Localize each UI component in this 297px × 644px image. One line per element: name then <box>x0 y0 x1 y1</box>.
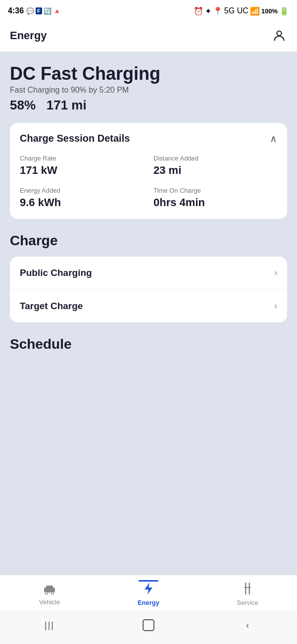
charging-title-section: DC Fast Charging Fast Charging to 90% by… <box>10 64 287 113</box>
svg-point-0 <box>277 31 281 36</box>
status-left: 4:36 💬 F 🔄 🔺 <box>8 6 61 15</box>
msg-icon: 💬 <box>26 7 34 15</box>
vehicle-nav-icon <box>43 583 56 596</box>
energy-label: Energy Added <box>20 187 144 194</box>
charging-stats: 58% 171 mi <box>10 98 287 113</box>
svg-rect-8 <box>244 587 251 588</box>
session-card-title: Charge Session Details <box>20 133 130 144</box>
charge-section-title: Charge <box>10 233 287 249</box>
collapse-icon[interactable]: ∧ <box>270 133 277 145</box>
schedule-section: Schedule <box>10 336 287 352</box>
recents-icon: ||| <box>45 620 54 631</box>
svg-point-3 <box>46 592 48 594</box>
energy-nav-icon <box>143 582 154 597</box>
status-bar: 4:36 💬 F 🔄 🔺 ⏰ ✦ 📍 5G UC 📶 100% 🔋 <box>0 0 297 22</box>
android-nav-bar: ||| ‹ <box>0 610 297 644</box>
session-item-distance: Distance Added 23 mi <box>153 155 277 177</box>
network-label: 5G UC <box>224 6 248 15</box>
back-button[interactable]: ‹ <box>239 616 256 634</box>
nav-vehicle[interactable]: Vehicle <box>0 581 99 606</box>
app-header: Energy <box>0 22 297 52</box>
charging-subtitle: Fast Charging to 90% by 5:20 PM <box>10 86 287 95</box>
schedule-section-title: Schedule <box>10 336 287 352</box>
service-nav-icon <box>242 582 253 597</box>
nav-service[interactable]: Service <box>198 580 297 606</box>
svg-rect-2 <box>46 586 53 589</box>
target-charge-chevron: › <box>274 301 277 311</box>
charge-list-card: Public Charging › Target Charge › <box>10 257 287 322</box>
charge-rate-value: 171 kW <box>20 164 144 177</box>
triangle-icon: 🔺 <box>53 7 61 15</box>
signal-bars-icon: 📶 <box>250 6 260 16</box>
main-content: DC Fast Charging Fast Charging to 90% by… <box>0 52 297 575</box>
battery-label: 100% <box>261 7 278 15</box>
back-icon: ‹ <box>246 620 249 631</box>
time-on-charge-value: 0hrs 4min <box>153 196 277 209</box>
svg-point-4 <box>51 592 54 594</box>
public-charging-label: Public Charging <box>20 268 92 278</box>
ford-icon: F <box>36 7 42 14</box>
charge-rate-label: Charge Rate <box>20 155 144 162</box>
alarm-icon: ⏰ <box>194 6 203 16</box>
battery-icon: 🔋 <box>279 6 289 16</box>
energy-value: 9.6 kWh <box>20 196 144 209</box>
app-title: Energy <box>10 29 47 42</box>
service-nav-label: Service <box>237 599 258 606</box>
charging-mode-title: DC Fast Charging <box>10 64 287 84</box>
session-card: Charge Session Details ∧ Charge Rate 171… <box>10 123 287 219</box>
charge-section: Charge Public Charging › Target Charge › <box>10 233 287 322</box>
distance-label: Distance Added <box>153 155 277 162</box>
target-charge-label: Target Charge <box>20 301 83 312</box>
bottom-nav: Vehicle Energy Service <box>0 575 297 610</box>
distance-value: 23 mi <box>153 164 277 177</box>
session-card-header: Charge Session Details ∧ <box>20 133 277 145</box>
svg-rect-6 <box>245 583 247 594</box>
home-button[interactable] <box>140 616 157 634</box>
location-icon: 📍 <box>213 6 223 16</box>
nav-energy[interactable]: Energy <box>99 580 198 606</box>
home-icon <box>143 619 154 631</box>
active-tab-indicator <box>139 580 158 582</box>
time-on-charge-label: Time On Charge <box>153 187 277 194</box>
profile-button[interactable] <box>271 28 287 44</box>
svg-marker-5 <box>145 583 152 594</box>
svg-rect-7 <box>249 583 250 594</box>
public-charging-chevron: › <box>274 268 277 278</box>
status-time: 4:36 <box>8 6 24 15</box>
bluetooth-icon: ✦ <box>205 6 211 16</box>
target-charge-item[interactable]: Target Charge › <box>10 290 287 322</box>
sync-icon: 🔄 <box>44 7 51 15</box>
recents-button[interactable]: ||| <box>41 616 58 634</box>
session-grid: Charge Rate 171 kW Distance Added 23 mi … <box>20 155 277 209</box>
session-item-time: Time On Charge 0hrs 4min <box>153 187 277 209</box>
battery-percent: 58% <box>10 98 36 112</box>
notification-icons: 💬 F 🔄 🔺 <box>26 7 61 15</box>
session-item-charge-rate: Charge Rate 171 kW <box>20 155 144 177</box>
session-item-energy: Energy Added 9.6 kWh <box>20 187 144 209</box>
range-miles: 171 mi <box>47 98 87 112</box>
vehicle-nav-label: Vehicle <box>39 598 60 606</box>
energy-nav-label: Energy <box>138 599 159 606</box>
public-charging-item[interactable]: Public Charging › <box>10 257 287 290</box>
status-right: ⏰ ✦ 📍 5G UC 📶 100% 🔋 <box>194 6 289 16</box>
